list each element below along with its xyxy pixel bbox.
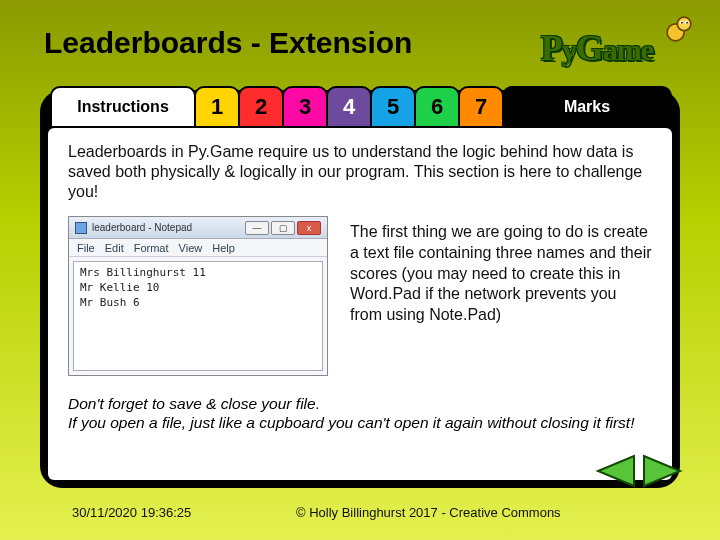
notepad-menus: File Edit Format View Help [69, 239, 327, 257]
svg-point-5 [686, 22, 688, 24]
reminder-line-2: If you open a file, just like a cupboard… [68, 414, 634, 431]
content-card: Instructions 1 2 3 4 5 6 7 Marks Leaderb… [40, 90, 680, 488]
close-button: x [297, 221, 321, 235]
notepad-titlebar: leaderboard - Notepad — ▢ x [69, 217, 327, 239]
white-panel: Leaderboards in Py.Game require us to un… [48, 128, 672, 480]
reminder-line-1: Don't forget to save & close your file. [68, 395, 320, 412]
notepad-body: Mrs Billinghurst 11 Mr Kellie 10 Mr Bush… [73, 261, 323, 371]
maximize-button: ▢ [271, 221, 295, 235]
menu-file: File [77, 242, 95, 254]
tab-7[interactable]: 7 [458, 86, 504, 128]
svg-point-1 [677, 17, 691, 31]
svg-point-4 [681, 22, 683, 24]
notepad-line-3: Mr Bush 6 [80, 296, 316, 311]
tab-2[interactable]: 2 [238, 86, 284, 128]
menu-help: Help [212, 242, 235, 254]
tab-3[interactable]: 3 [282, 86, 328, 128]
minimize-button: — [245, 221, 269, 235]
tab-marks[interactable]: Marks [502, 86, 672, 128]
tab-1[interactable]: 1 [194, 86, 240, 128]
notepad-line-1: Mrs Billinghurst 11 [80, 266, 316, 281]
intro-paragraph: Leaderboards in Py.Game require us to un… [68, 142, 652, 202]
footer-copyright: © Holly Billinghurst 2017 - Creative Com… [272, 505, 680, 520]
menu-view: View [179, 242, 203, 254]
tab-5[interactable]: 5 [370, 86, 416, 128]
tab-4[interactable]: 4 [326, 86, 372, 128]
page-title: Leaderboards - Extension [44, 26, 412, 60]
svg-marker-6 [598, 456, 634, 486]
notepad-screenshot: leaderboard - Notepad — ▢ x File Edit Fo… [68, 216, 328, 376]
menu-format: Format [134, 242, 169, 254]
footer: 30/11/2020 19:36:25 © Holly Billinghurst… [72, 505, 680, 520]
footer-timestamp: 30/11/2020 19:36:25 [72, 505, 272, 520]
notepad-icon [75, 222, 87, 234]
pygame-logo: PyGame [502, 18, 692, 78]
worm-icon [662, 12, 696, 46]
prev-arrow-icon[interactable] [594, 454, 636, 488]
tab-strip: Instructions 1 2 3 4 5 6 7 Marks [50, 86, 670, 132]
notepad-title: leaderboard - Notepad [92, 222, 192, 233]
tab-instructions[interactable]: Instructions [50, 86, 196, 128]
pygame-logo-text: PyGame [541, 27, 653, 69]
tab-6[interactable]: 6 [414, 86, 460, 128]
side-paragraph: The first thing we are going to do is cr… [350, 216, 652, 326]
svg-marker-7 [644, 456, 680, 486]
notepad-line-2: Mr Kellie 10 [80, 281, 316, 296]
menu-edit: Edit [105, 242, 124, 254]
next-arrow-icon[interactable] [642, 454, 684, 488]
nav-arrows [594, 454, 684, 488]
reminder-note: Don't forget to save & close your file. … [68, 394, 652, 433]
